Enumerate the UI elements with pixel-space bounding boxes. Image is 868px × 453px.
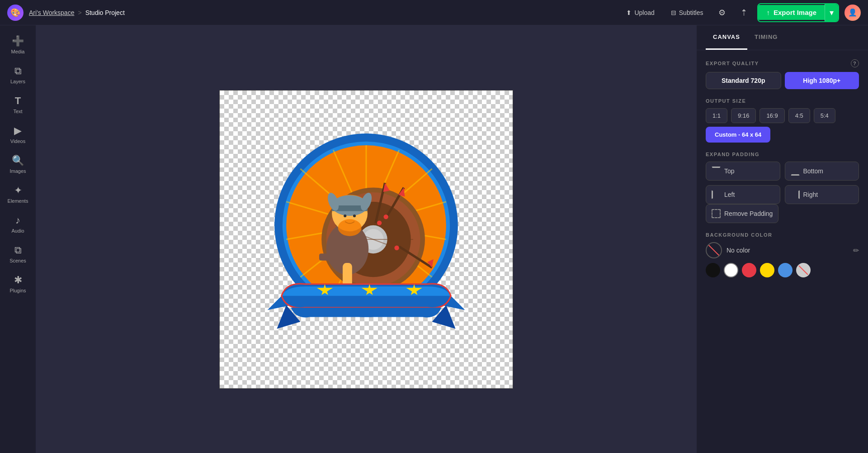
export-quality-label: EXPORT QUALITY ? <box>706 59 859 67</box>
sidebar-item-label: Text <box>13 109 22 114</box>
svg-point-39 <box>344 214 346 217</box>
project-name: Studio Project <box>85 9 125 16</box>
left-sidebar: ➕ Media ⧉ Layers T Text ▶ Videos 🔍 Image… <box>0 25 36 453</box>
sidebar-item-layers[interactable]: ⧉ Layers <box>2 61 34 89</box>
export-icon: ↑ <box>766 9 770 16</box>
background-color-label: BACKGROUND COLOR <box>706 232 859 238</box>
panel-tabs: CANVAS TIMING <box>697 25 868 50</box>
panel-content: EXPORT QUALITY ? Standard 720p High 1080… <box>697 50 868 286</box>
text-icon: T <box>15 95 21 107</box>
videos-icon: ▶ <box>14 125 22 137</box>
padding-top-label: Top <box>724 167 735 175</box>
sidebar-item-scenes[interactable]: ⧉ Scenes <box>2 240 34 268</box>
color-swatch-red[interactable] <box>742 263 756 277</box>
remove-padding-icon <box>712 209 721 218</box>
custom-size-button[interactable]: Custom - 64 x 64 <box>706 127 770 143</box>
padding-bottom-label: Bottom <box>803 167 823 175</box>
no-color-label[interactable]: No color <box>726 247 750 254</box>
svg-point-41 <box>338 219 362 236</box>
sidebar-item-text[interactable]: T Text <box>2 91 34 119</box>
color-swatch-none[interactable] <box>796 263 811 277</box>
remove-padding-button[interactable]: Remove Padding <box>706 204 778 223</box>
tab-timing[interactable]: TIMING <box>747 25 785 50</box>
padding-right-button[interactable]: Right <box>785 185 859 204</box>
media-icon: ➕ <box>12 35 24 47</box>
images-icon: 🔍 <box>12 155 24 167</box>
upload-button[interactable]: ⬆ Upload <box>621 6 660 19</box>
logo-icon: 🎨 <box>10 8 20 18</box>
color-swatch-blue[interactable] <box>778 263 793 277</box>
export-button[interactable]: ↑ Export Image <box>758 5 825 20</box>
padding-bottom-icon <box>791 167 800 176</box>
svg-point-30 <box>383 214 388 219</box>
logo[interactable]: 🎨 <box>7 5 24 21</box>
svg-rect-43 <box>319 253 331 261</box>
high-quality-button[interactable]: High 1080p+ <box>785 72 859 89</box>
padding-bottom-button[interactable]: Bottom <box>785 162 859 181</box>
subtitles-icon: ⊟ <box>671 9 676 16</box>
sidebar-item-media[interactable]: ➕ Media <box>2 31 34 59</box>
canvas-area[interactable] <box>36 25 696 453</box>
remove-padding-label: Remove Padding <box>724 210 773 217</box>
sidebar-item-label: Layers <box>10 79 25 84</box>
expand-padding-section: EXPAND PADDING Top Bottom Left <box>706 152 859 223</box>
svg-point-40 <box>353 214 356 217</box>
quality-options: Standard 720p High 1080p+ <box>706 72 859 89</box>
padding-left-icon <box>712 190 721 199</box>
sidebar-item-elements[interactable]: ✦ Elements <box>2 180 34 208</box>
size-4-5-button[interactable]: 4:5 <box>788 108 810 123</box>
padding-left-button[interactable]: Left <box>706 185 780 204</box>
color-swatches <box>706 263 859 277</box>
share-icon: ⇡ <box>741 8 747 18</box>
help-icon[interactable]: ? <box>851 59 859 67</box>
padding-right-icon <box>791 190 800 199</box>
workspace-link[interactable]: Ari's Workspace <box>29 9 74 16</box>
subtitles-label: Subtitles <box>679 9 703 16</box>
subtitles-button[interactable]: ⊟ Subtitles <box>665 6 709 19</box>
size-1-1-button[interactable]: 1:1 <box>706 108 727 123</box>
bg-color-controls: No color ✏ <box>706 242 859 277</box>
no-color-swatch[interactable] <box>706 242 722 258</box>
settings-button[interactable]: ⚙ <box>714 5 730 21</box>
sidebar-item-images[interactable]: 🔍 Images <box>2 150 34 178</box>
sidebar-item-label: Videos <box>10 138 25 144</box>
svg-point-31 <box>394 245 399 250</box>
sidebar-item-audio[interactable]: ♪ Audio <box>2 210 34 238</box>
svg-point-29 <box>377 220 382 225</box>
eyedropper-button[interactable]: ✏ <box>853 246 859 255</box>
color-swatch-black[interactable] <box>706 263 720 277</box>
sidebar-item-label: Images <box>9 168 26 174</box>
padding-top-icon <box>712 167 721 176</box>
export-label: Export Image <box>774 9 816 16</box>
topbar: 🎨 Ari's Workspace > Studio Project ⬆ Upl… <box>0 0 868 25</box>
breadcrumb: Ari's Workspace > Studio Project <box>29 9 125 16</box>
color-swatch-white[interactable] <box>724 263 738 277</box>
share-button[interactable]: ⇡ <box>736 5 752 21</box>
canvas-image <box>249 122 484 357</box>
sidebar-item-videos[interactable]: ▶ Videos <box>2 120 34 148</box>
export-group: ↑ Export Image ▾ <box>757 3 839 22</box>
expand-padding-label: EXPAND PADDING <box>706 152 859 157</box>
upload-label: Upload <box>634 9 654 16</box>
padding-left-label: Left <box>724 191 735 198</box>
breadcrumb-separator: > <box>78 9 81 16</box>
size-9-16-button[interactable]: 9:16 <box>731 108 756 123</box>
tab-canvas[interactable]: CANVAS <box>706 25 747 50</box>
color-swatch-yellow[interactable] <box>760 263 774 277</box>
standard-quality-button[interactable]: Standard 720p <box>706 72 781 89</box>
size-options: 1:1 9:16 16:9 4:5 5:4 <box>706 108 859 123</box>
background-color-section: BACKGROUND COLOR No color ✏ <box>706 232 859 277</box>
size-16-9-button[interactable]: 16:9 <box>760 108 784 123</box>
sidebar-item-label: Plugins <box>9 288 26 293</box>
sidebar-item-plugins[interactable]: ✱ Plugins <box>2 270 34 298</box>
sidebar-item-label: Audio <box>11 228 24 234</box>
avatar[interactable]: 👤 <box>844 5 861 21</box>
audio-icon: ♪ <box>15 215 20 226</box>
sidebar-item-label: Scenes <box>9 258 26 263</box>
no-color-row: No color ✏ <box>706 242 859 258</box>
upload-icon: ⬆ <box>626 9 632 16</box>
padding-top-button[interactable]: Top <box>706 162 780 181</box>
size-5-4-button[interactable]: 5:4 <box>814 108 835 123</box>
elements-icon: ✦ <box>14 185 22 196</box>
export-dropdown-button[interactable]: ▾ <box>825 4 838 21</box>
